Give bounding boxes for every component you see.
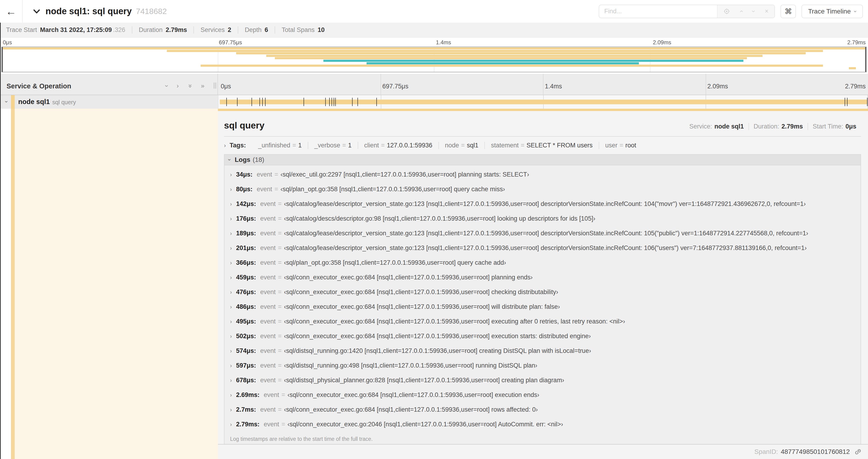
minimap-canvas[interactable] [1, 47, 867, 72]
log-field-value: ‹sql/catalog/descs/descriptor.go:98 [nsq… [284, 214, 595, 223]
span-meta-label: Duration: [754, 123, 779, 130]
view-selector-label: Trace Timeline [808, 8, 851, 15]
collapse-one-icon[interactable]: › [163, 85, 170, 87]
log-event-mark[interactable] [332, 98, 332, 106]
log-entry[interactable]: ›495μs:event=‹sql/conn_executor_exec.go:… [224, 314, 861, 329]
log-event-mark[interactable] [335, 98, 336, 106]
trace-info-value: 6 [265, 26, 268, 34]
minimap-tick-label: 0μs [3, 39, 12, 46]
chevron-right-icon: › [230, 376, 232, 385]
log-timestamp: 34μs: [236, 170, 253, 179]
log-field-key: event [260, 332, 276, 340]
focus-match-icon[interactable] [723, 8, 730, 14]
log-entry[interactable]: ›189μs:event=‹sql/catalog/lease/descript… [224, 226, 861, 241]
column-resizer[interactable] [214, 83, 216, 89]
span-row-name-cell[interactable]: › node sql1 sql query [0, 95, 218, 109]
log-event-mark[interactable] [265, 98, 266, 106]
find-controls: › › × [717, 5, 775, 18]
trace-info-value: 2 [228, 26, 231, 34]
next-match-icon[interactable]: › [750, 10, 757, 12]
viewport-scrubber-left[interactable] [2, 47, 3, 72]
chevron-right-icon: › [230, 185, 232, 194]
expand-all-icon[interactable]: » [201, 82, 205, 90]
log-timestamp: 459μs: [236, 273, 256, 282]
log-event-mark[interactable] [329, 98, 330, 106]
minimap-span-bar [849, 67, 856, 69]
collapse-all-icon[interactable]: » [186, 84, 193, 88]
span-meta-value: 0μs [845, 123, 856, 130]
log-entry[interactable]: ›476μs:event=‹sql/conn_executor_exec.go:… [224, 285, 861, 299]
logs-title: Logs [235, 156, 250, 163]
log-entry[interactable]: ›597μs:event=‹sql/distsql_running.go:498… [224, 358, 861, 373]
tag-key: user [605, 142, 618, 149]
log-event-mark[interactable] [251, 98, 252, 106]
log-entry[interactable]: ›201μs:event=‹sql/catalog/lease/descript… [224, 241, 861, 255]
tag-item: client=127.0.0.1:59936 [358, 142, 438, 149]
log-event-mark[interactable] [259, 98, 260, 106]
span-duration-bar[interactable] [220, 100, 867, 104]
log-event-mark[interactable] [847, 98, 847, 106]
log-field-key: event [260, 376, 276, 384]
log-entry[interactable]: ›2.7ms:event=‹sql/conn_executor_exec.go:… [224, 402, 861, 417]
log-event-mark[interactable] [358, 98, 358, 106]
span-tint-fill [15, 109, 218, 459]
log-entry[interactable]: ›176μs:event=‹sql/catalog/descs/descript… [224, 211, 861, 226]
span-detail-region: sql query Service:node sql1Duration:2.79… [0, 109, 868, 459]
collapse-span-chevron[interactable]: › [4, 101, 9, 103]
log-field-equals: = [276, 376, 284, 384]
log-event-mark[interactable] [376, 98, 377, 106]
log-event-mark[interactable] [352, 98, 352, 106]
log-event-mark[interactable] [867, 98, 868, 106]
log-timestamp: 366μs: [236, 258, 256, 267]
find-group: › › × [599, 5, 775, 18]
log-event-mark[interactable] [334, 98, 334, 106]
log-event-mark[interactable] [262, 98, 263, 106]
log-entry[interactable]: ›34μs:event=‹sql/exec_util.go:2297 [nsql… [224, 167, 861, 182]
span-color-bar [11, 95, 15, 109]
tags-accordion[interactable]: › Tags: _unfinished=1_verbose=1client=12… [224, 142, 861, 149]
log-entry[interactable]: ›366μs:event=‹sql/plan_opt.go:358 [nsql1… [224, 255, 861, 270]
tag-equals: = [617, 142, 625, 149]
log-entry[interactable]: ›502μs:event=‹sql/conn_executor_exec.go:… [224, 329, 861, 343]
keyboard-shortcuts-button[interactable]: ⌘ [780, 5, 796, 18]
log-event-mark[interactable] [845, 98, 845, 106]
log-field-value: ‹sql/plan_opt.go:358 [nsql1,client=127.0… [280, 185, 505, 193]
logs-header[interactable]: › Logs (18) [224, 155, 861, 165]
command-icon: ⌘ [784, 7, 792, 16]
log-event-mark[interactable] [325, 98, 326, 106]
page-header: ← node sql1: sql query 7418682 › › × ⌘ T… [0, 0, 868, 23]
log-entry[interactable]: ›2.79ms:event=‹sql/conn_executor_exec.go… [224, 417, 861, 432]
span-id-value: 4877749850101760812 [781, 448, 850, 456]
viewport-scrubber-right[interactable] [865, 47, 866, 72]
deep-link-button[interactable] [854, 448, 862, 456]
log-field-value: ‹sql/conn_executor_exec.go:684 [nsql1,cl… [287, 391, 539, 399]
log-field-value: ‹sql/conn_executor_exec.go:684 [nsql1,cl… [284, 405, 538, 414]
expand-one-icon[interactable]: › [177, 82, 179, 90]
tags-label: Tags: [229, 142, 246, 149]
trace-info-suffix: .326 [113, 26, 125, 34]
log-entry[interactable]: ›486μs:event=‹sql/conn_executor_exec.go:… [224, 299, 861, 314]
log-field-equals: = [272, 170, 280, 179]
log-field-key: event [260, 258, 276, 267]
clear-find-icon[interactable]: × [765, 8, 769, 14]
log-entry[interactable]: ›574μs:event=‹sql/distsql_running.go:142… [224, 343, 861, 358]
log-event-mark[interactable] [237, 98, 238, 106]
log-entry[interactable]: ›678μs:event=‹sql/distsql_physical_plann… [224, 373, 861, 388]
log-event-mark[interactable] [304, 98, 304, 106]
log-entry[interactable]: ›459μs:event=‹sql/conn_executor_exec.go:… [224, 270, 861, 285]
log-entry[interactable]: ›142μs:event=‹sql/catalog/lease/descript… [224, 197, 861, 211]
back-button[interactable]: ← [0, 0, 23, 23]
view-selector-button[interactable]: Trace Timeline › [802, 5, 863, 18]
tag-equals: = [290, 142, 298, 149]
log-field-value: ‹sql/conn_executor_exec.go:684 [nsql1,cl… [284, 332, 591, 340]
chevron-right-icon: › [230, 288, 232, 296]
log-entry[interactable]: ›80μs:event=‹sql/plan_opt.go:358 [nsql1,… [224, 182, 861, 197]
trace-info-label: Depth [245, 26, 261, 34]
log-timestamp: 2.69ms: [236, 391, 260, 399]
log-event-mark[interactable] [226, 98, 227, 106]
log-field-equals: = [276, 405, 284, 414]
find-input[interactable] [599, 5, 717, 18]
log-entry[interactable]: ›2.69ms:event=‹sql/conn_executor_exec.go… [224, 388, 861, 402]
collapse-trace-header-chevron[interactable] [32, 7, 41, 15]
previous-match-icon[interactable]: › [738, 10, 744, 12]
